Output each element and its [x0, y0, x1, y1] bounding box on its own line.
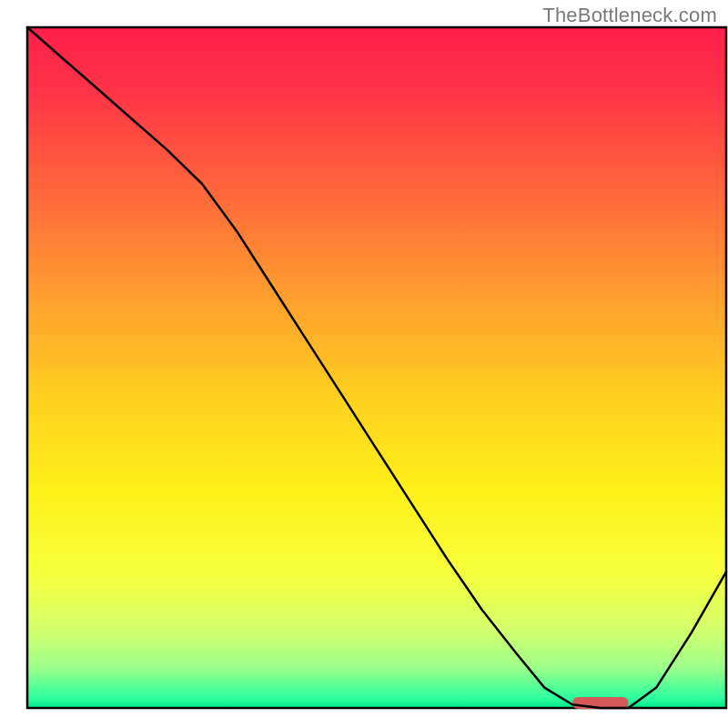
bottleneck-chart: TheBottleneck.com: [0, 0, 728, 728]
plot-background: [27, 27, 726, 708]
watermark-text: TheBottleneck.com: [542, 4, 717, 27]
chart-svg: [0, 0, 728, 728]
